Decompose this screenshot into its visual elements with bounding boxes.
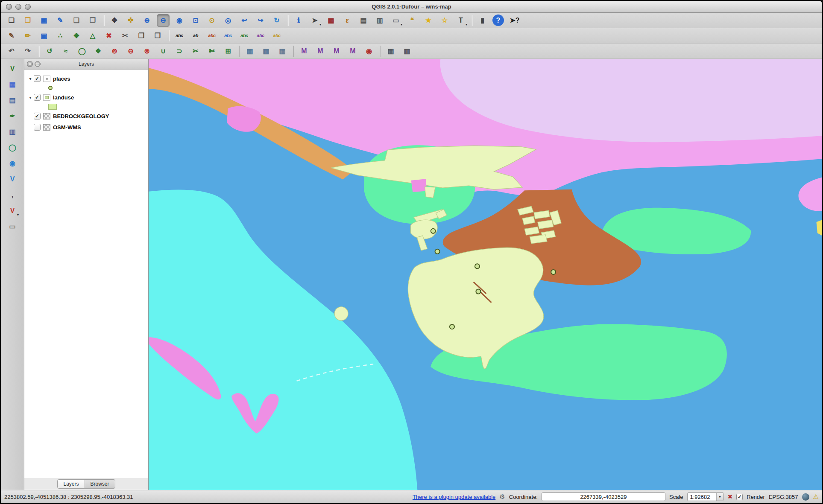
rotate-label-button[interactable]: abc xyxy=(254,29,267,42)
add-delimited-text-button[interactable]: , xyxy=(6,189,19,201)
messages-icon[interactable] xyxy=(813,493,819,501)
save-layer-edits-button[interactable]: ▣ xyxy=(38,29,50,42)
layer-visibility-checkbox[interactable]: ✓ xyxy=(34,113,41,119)
split-parts-button[interactable]: ✄ xyxy=(205,45,218,58)
zoom-window-button[interactable] xyxy=(25,4,31,10)
save-project-button[interactable]: ▣ xyxy=(38,14,50,27)
select-features-button[interactable]: ➤▾ xyxy=(308,14,321,27)
current-edits-button[interactable]: ✎ xyxy=(5,29,18,42)
paste-features-button[interactable]: ❒ xyxy=(151,29,164,42)
split-features-button[interactable]: ✂ xyxy=(189,45,202,58)
toggle-editing-button[interactable]: ✏ xyxy=(21,29,34,42)
open-project-button[interactable]: ❐ xyxy=(21,14,34,27)
merge-features-button[interactable]: ⊞ xyxy=(222,45,234,58)
show-bookmarks-button[interactable]: ☆ xyxy=(438,14,451,27)
delete-ring-button[interactable]: ⊖ xyxy=(124,45,137,58)
add-wms-layer-button[interactable]: ◉ xyxy=(6,157,19,170)
plugin-icon[interactable] xyxy=(499,493,505,501)
add-feature-button[interactable]: ∴ xyxy=(54,29,67,42)
crs-status[interactable]: EPSG:3857 xyxy=(769,494,798,500)
zoom-full-extent-button[interactable]: ⊡ xyxy=(189,14,202,27)
undo-button[interactable]: ↶ xyxy=(5,45,18,58)
labeling-options-button[interactable]: abc xyxy=(173,29,186,42)
add-wcs-layer-button[interactable]: ◯ xyxy=(6,141,19,154)
new-print-composer-button[interactable]: ❑ xyxy=(70,14,83,27)
label-properties-button[interactable]: abc xyxy=(270,29,283,42)
map-tips-button[interactable]: ❝ xyxy=(406,14,419,27)
plugin-update-link[interactable]: There is a plugin update available xyxy=(413,494,495,500)
plugin-m3-button[interactable]: M xyxy=(330,45,343,58)
add-part-button[interactable]: ❖ xyxy=(92,45,105,58)
zoom-out-button[interactable]: ⊖ xyxy=(157,14,170,27)
simplify-feature-button[interactable]: ≈ xyxy=(59,45,72,58)
deselect-features-button[interactable]: ▦ xyxy=(325,14,337,27)
refresh-map-button[interactable]: ↻ xyxy=(270,14,283,27)
add-oracle-layer-button[interactable]: V▾ xyxy=(6,204,19,217)
crs-icon[interactable] xyxy=(802,493,809,501)
minimize-window-button[interactable] xyxy=(15,4,21,10)
zoom-to-selection-button[interactable]: ⊙ xyxy=(205,14,218,27)
delete-selected-button[interactable]: ✖ xyxy=(103,29,115,42)
pan-map-button[interactable]: ✥ xyxy=(108,14,121,27)
layer-item-osm-wms[interactable]: OSM-WMS xyxy=(24,122,148,133)
panel-close-button[interactable] xyxy=(27,61,33,67)
zoom-to-layer-button[interactable]: ◎ xyxy=(222,14,234,27)
statistics-button[interactable]: ▥ xyxy=(373,14,386,27)
disclosure-triangle-icon[interactable]: ▾ xyxy=(27,76,34,81)
add-spatialite-layer-button[interactable]: ✒ xyxy=(6,110,19,122)
pan-to-selection-button[interactable]: ✜ xyxy=(124,14,137,27)
plugin-grid-button[interactable]: ▦ xyxy=(384,45,397,58)
layer-item-landuse[interactable]: ▾✓landuse xyxy=(24,92,148,103)
new-shapefile-layer-button[interactable]: ▭ xyxy=(6,220,19,233)
layer-visibility-checkbox[interactable]: ✓ xyxy=(34,75,41,82)
plugin-m2-button[interactable]: M xyxy=(314,45,327,58)
add-ring-button[interactable]: ◯ xyxy=(76,45,88,58)
add-wfs-layer-button[interactable]: V xyxy=(6,173,19,186)
layer-item-bedrockgeology[interactable]: ✓BEDROCKGEOLOGY xyxy=(24,111,148,122)
zoom-next-button[interactable]: ↪ xyxy=(254,14,267,27)
zoom-actual-size-button[interactable]: ◉ xyxy=(173,14,186,27)
layer-visibility-checkbox[interactable]: ✓ xyxy=(34,94,41,101)
zoom-last-button[interactable]: ↩ xyxy=(238,14,251,27)
scale-combobox[interactable]: 1:92682 ▾ xyxy=(687,492,724,501)
move-label-button[interactable]: abc xyxy=(238,29,251,42)
new-project-button[interactable]: ❏ xyxy=(5,14,18,27)
layer-item-places[interactable]: ▾✓places xyxy=(24,73,148,84)
reshape-features-button[interactable]: ∪ xyxy=(157,45,170,58)
layer-visibility-checkbox[interactable] xyxy=(34,124,41,131)
checker-table-3-button[interactable]: ▦ xyxy=(276,45,289,58)
help-contents-button[interactable]: ? xyxy=(492,15,504,26)
copy-features-button[interactable]: ❐ xyxy=(135,29,148,42)
plugin-search-button[interactable]: ◉ xyxy=(363,45,375,58)
composer-manager-button[interactable]: ❒ xyxy=(86,14,99,27)
chevron-down-icon[interactable]: ▾ xyxy=(716,493,723,501)
plugin-m4-button[interactable]: M xyxy=(346,45,359,58)
map-canvas[interactable] xyxy=(149,59,822,490)
add-vector-layer-button[interactable]: V xyxy=(6,62,19,75)
stop-render-icon[interactable] xyxy=(728,493,733,500)
disclosure-triangle-icon[interactable]: ▾ xyxy=(27,95,34,100)
pin-labels-button[interactable]: abc xyxy=(205,29,218,42)
save-project-as-button[interactable]: ✎ xyxy=(54,14,67,27)
checker-table-1-button[interactable]: ▦ xyxy=(243,45,256,58)
zoom-in-button[interactable]: ⊕ xyxy=(141,14,153,27)
identify-features-button[interactable]: ℹ xyxy=(292,14,305,27)
label-toggle-button[interactable]: ab xyxy=(189,29,202,42)
whats-this-button[interactable]: ➤? xyxy=(508,14,521,27)
offset-curve-button[interactable]: ⊃ xyxy=(173,45,186,58)
new-bookmark-button[interactable]: ★ xyxy=(422,14,435,27)
redo-button[interactable]: ↷ xyxy=(21,45,34,58)
highlight-labels-button[interactable]: abc xyxy=(222,29,234,42)
add-postgis-layer-button[interactable]: ▤ xyxy=(6,94,19,107)
delete-part-button[interactable]: ⊗ xyxy=(141,45,153,58)
node-tool-button[interactable]: △ xyxy=(86,29,99,42)
text-annotation-button[interactable]: T▾ xyxy=(454,14,467,27)
add-mssql-layer-button[interactable]: ▥ xyxy=(6,125,19,138)
panel-tab-browser[interactable]: Browser xyxy=(85,479,115,489)
coordinate-input[interactable] xyxy=(542,492,665,501)
python-console-button[interactable]: ▮ xyxy=(476,14,489,27)
panel-detach-button[interactable] xyxy=(35,61,41,67)
measure-button[interactable]: ▭▾ xyxy=(390,14,402,27)
render-checkbox[interactable]: ✓ xyxy=(736,494,743,500)
checker-table-2-button[interactable]: ▦ xyxy=(260,45,272,58)
